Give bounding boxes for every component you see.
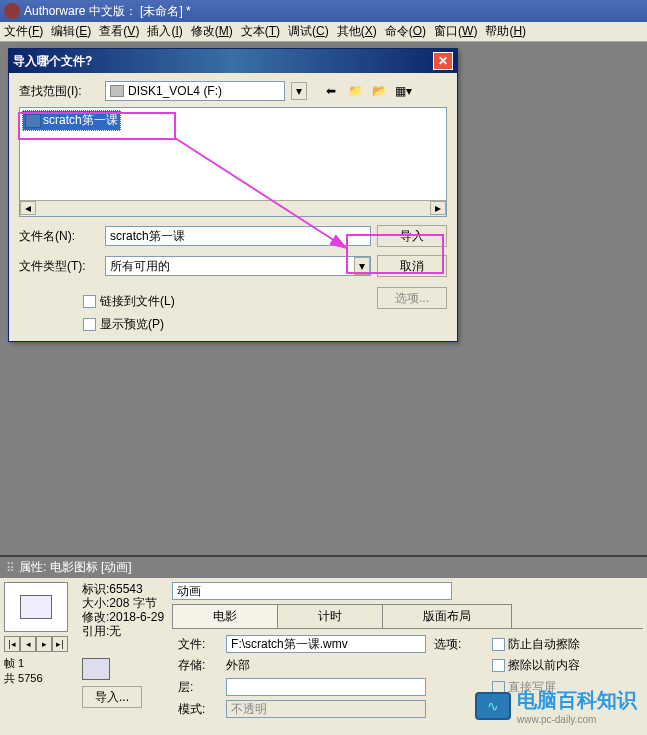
menu-modify[interactable]: 修改(M) [187, 21, 237, 42]
close-icon[interactable]: ✕ [433, 52, 453, 70]
menu-insert[interactable]: 插入(I) [143, 21, 186, 42]
menu-file[interactable]: 文件(F) [0, 21, 47, 42]
chevron-down-icon[interactable]: ▾ [291, 82, 307, 100]
watermark-url: www.pc-daily.com [517, 714, 637, 725]
panel-grip-icon[interactable]: ⠿ [6, 561, 15, 575]
opt-prevent-erase-checkbox[interactable] [492, 638, 505, 651]
dialog-title: 导入哪个文件? [13, 53, 92, 70]
lookin-dropdown[interactable]: DISK1_VOL4 (F:) [105, 81, 285, 101]
mode-label: 模式: [178, 701, 218, 718]
app-title: Authorware 中文版： [未命名] * [24, 3, 191, 20]
opt-erase-prev-checkbox[interactable] [492, 659, 505, 672]
watermark: ∿ 电脑百科知识 www.pc-daily.com [475, 687, 637, 725]
options-label: 选项: [434, 636, 484, 653]
link-checkbox-label: 链接到文件(L) [100, 293, 175, 310]
lookin-label: 查找范围(I): [19, 83, 99, 100]
icon-type-indicator [82, 658, 110, 680]
panel-import-button[interactable]: 导入... [82, 686, 142, 708]
modified-value: 2018-6-29 [109, 610, 164, 624]
tab-timing[interactable]: 计时 [277, 604, 383, 628]
prev-frame-button[interactable]: ◂ [20, 636, 36, 652]
preview-checkbox-label: 显示预览(P) [100, 316, 164, 333]
icon-title-input[interactable] [172, 582, 452, 600]
preview-checkbox[interactable] [83, 318, 96, 331]
file-path-input[interactable] [226, 635, 426, 653]
first-frame-button[interactable]: |◂ [4, 636, 20, 652]
mode-dropdown: 不透明 [226, 700, 426, 718]
annotation-highlight-file [18, 112, 176, 140]
layer-label: 层: [178, 679, 218, 696]
import-dialog: 导入哪个文件? ✕ 查找范围(I): DISK1_VOL4 (F:) ▾ ⬅ 📁… [8, 48, 458, 342]
id-value: 65543 [109, 582, 142, 596]
menu-command[interactable]: 命令(O) [381, 21, 430, 42]
file-label: 文件: [178, 636, 218, 653]
filename-label: 文件名(N): [19, 228, 99, 245]
dialog-titlebar[interactable]: 导入哪个文件? ✕ [9, 49, 457, 73]
last-frame-button[interactable]: ▸| [52, 636, 68, 652]
options-button[interactable]: 选项... [377, 287, 447, 309]
drive-icon [110, 85, 124, 97]
menu-view[interactable]: 查看(V) [95, 21, 143, 42]
menu-window[interactable]: 窗口(W) [430, 21, 481, 42]
menu-text[interactable]: 文本(T) [237, 21, 284, 42]
watermark-brand: 电脑百科知识 [517, 687, 637, 714]
frame-total: 共 5756 [4, 671, 74, 686]
app-icon [4, 3, 20, 19]
tab-layout[interactable]: 版面布局 [382, 604, 512, 628]
storage-label: 存储: [178, 657, 218, 674]
frame-indicator: 帧 1 [4, 656, 74, 671]
scroll-left-icon[interactable]: ◂ [20, 201, 36, 215]
horizontal-scrollbar[interactable]: ◂ ▸ [20, 200, 446, 216]
size-value: 208 字节 [109, 596, 156, 610]
panel-header[interactable]: ⠿ 属性: 电影图标 [动画] [0, 557, 647, 578]
menu-debug[interactable]: 调试(C) [284, 21, 333, 42]
app-titlebar: Authorware 中文版： [未命名] * [0, 0, 647, 22]
scroll-right-icon[interactable]: ▸ [430, 201, 446, 215]
annotation-highlight-import [346, 234, 444, 274]
link-checkbox[interactable] [83, 295, 96, 308]
layer-input[interactable] [226, 678, 426, 696]
tab-movie[interactable]: 电影 [172, 604, 278, 628]
menu-help[interactable]: 帮助(H) [481, 21, 530, 42]
new-folder-icon[interactable]: 📂 [369, 81, 389, 101]
menu-other[interactable]: 其他(X) [333, 21, 381, 42]
up-folder-icon[interactable]: 📁 [345, 81, 365, 101]
menubar: 文件(F) 编辑(E) 查看(V) 插入(I) 修改(M) 文本(T) 调试(C… [0, 22, 647, 42]
menu-edit[interactable]: 编辑(E) [47, 21, 95, 42]
back-icon[interactable]: ⬅ [321, 81, 341, 101]
ref-value: 无 [109, 624, 121, 638]
filetype-label: 文件类型(T): [19, 258, 99, 275]
filename-input[interactable] [105, 226, 371, 246]
view-menu-icon[interactable]: ▦▾ [393, 81, 413, 101]
preview-thumbnail [4, 582, 68, 632]
filetype-dropdown[interactable]: 所有可用的 ▾ [105, 256, 371, 276]
panel-title: 属性: 电影图标 [动画] [19, 559, 132, 576]
watermark-badge-icon: ∿ [475, 692, 511, 720]
next-frame-button[interactable]: ▸ [36, 636, 52, 652]
storage-value: 外部 [226, 657, 426, 674]
